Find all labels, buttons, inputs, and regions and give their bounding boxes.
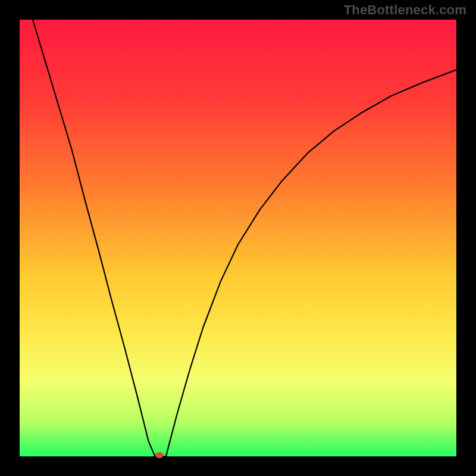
chart-frame: TheBottleneck.com bbox=[0, 0, 476, 476]
plot-area-background bbox=[20, 20, 456, 456]
optimum-marker bbox=[155, 452, 164, 458]
chart-svg bbox=[0, 0, 476, 476]
watermark-text: TheBottleneck.com bbox=[344, 2, 466, 18]
